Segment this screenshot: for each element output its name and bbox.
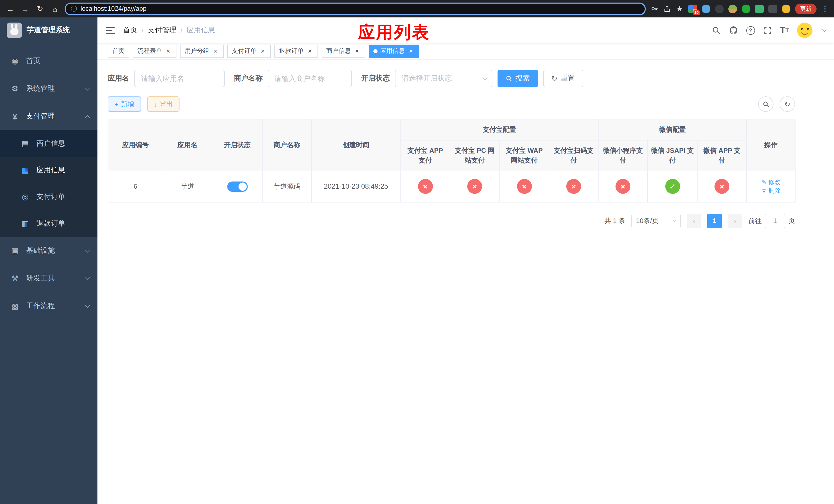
breadcrumb-payment[interactable]: 支付管理 bbox=[148, 26, 176, 35]
reset-button[interactable]: ↻ 重置 bbox=[543, 70, 583, 87]
app-name-label: 应用名 bbox=[108, 74, 129, 83]
reload-icon[interactable]: ↻ bbox=[35, 4, 45, 13]
extension-icon[interactable] bbox=[742, 4, 750, 13]
bookmark-star-icon[interactable]: ★ bbox=[676, 4, 684, 13]
briefcase-icon: ▩ bbox=[10, 301, 20, 311]
toggle-search-button[interactable] bbox=[758, 96, 773, 112]
share-icon[interactable] bbox=[663, 5, 671, 13]
refresh-table-button[interactable]: ↻ bbox=[780, 96, 795, 112]
merchant-name-input[interactable] bbox=[268, 70, 352, 87]
main-area: 首页 支付管理 应用信息 应用列表 ? bbox=[97, 18, 834, 504]
sidebar-item-workflow[interactable]: ▩ 工作流程 bbox=[0, 292, 97, 320]
user-avatar[interactable] bbox=[797, 23, 812, 38]
tab-home[interactable]: 首页 bbox=[108, 44, 129, 58]
extension-icon[interactable] bbox=[782, 4, 790, 13]
address-bar[interactable]: ⓘ localhost:1024/pay/app bbox=[65, 2, 646, 15]
sidebar-item-dev-tools[interactable]: ⚒ 研发工具 bbox=[0, 265, 97, 292]
trash-icon bbox=[761, 188, 767, 193]
page-number-button[interactable]: 1 bbox=[707, 213, 722, 228]
group-alipay-config: 支付宝配置 bbox=[400, 119, 598, 140]
extension-icon[interactable] bbox=[768, 4, 777, 13]
enable-switch[interactable] bbox=[227, 181, 247, 191]
server-icon: ▣ bbox=[10, 246, 20, 255]
goto-suffix: 页 bbox=[788, 216, 795, 225]
navbar-actions: ? TT bbox=[712, 23, 826, 38]
edit-button[interactable]: ✎ 修改 bbox=[762, 178, 781, 186]
tab-merchant-info[interactable]: 商户信息× bbox=[322, 44, 365, 58]
sidebar-item-infrastructure[interactable]: ▣ 基础设施 bbox=[0, 237, 97, 265]
sidebar-item-label: 系统管理 bbox=[26, 84, 86, 93]
pagination: 共 1 条 10条/页 ‹ 1 › 前往 页 bbox=[108, 213, 795, 228]
delete-button[interactable]: 删除 bbox=[761, 186, 781, 195]
chrome-update-button[interactable]: 更新 bbox=[795, 3, 816, 14]
col-status: 开启状态 bbox=[212, 119, 262, 171]
extension-icon[interactable] bbox=[715, 4, 724, 13]
page-size-select[interactable]: 10条/页 bbox=[631, 213, 681, 228]
col-created: 创建时间 bbox=[312, 119, 400, 171]
col-app-name: 应用名 bbox=[163, 119, 212, 171]
sidebar-item-system[interactable]: ⚙ 系统管理 bbox=[0, 75, 97, 102]
browser-menu-icon[interactable]: ⋮ bbox=[821, 4, 829, 13]
col-actions: 操作 bbox=[747, 119, 795, 171]
status-select[interactable]: 请选择开启状态 bbox=[395, 70, 492, 87]
sidebar-item-home[interactable]: ◉ 首页 bbox=[0, 47, 97, 75]
breadcrumb-separator bbox=[141, 26, 144, 35]
prev-page-button[interactable]: ‹ bbox=[687, 213, 701, 228]
tab-refund-order[interactable]: 退款订单× bbox=[275, 44, 318, 58]
grid-icon: ▦ bbox=[21, 166, 30, 175]
cell-app-id: 6 bbox=[108, 171, 163, 202]
back-icon[interactable]: ← bbox=[5, 4, 15, 13]
collapse-sidebar-icon[interactable] bbox=[106, 27, 115, 34]
export-button[interactable]: ↓ 导出 bbox=[147, 96, 179, 112]
page-content: 应用名 商户名称 开启状态 请选择开启状态 搜索 ↻ 重置 bbox=[97, 60, 834, 504]
fullscreen-icon[interactable] bbox=[763, 26, 772, 35]
credit-card-icon: ▤ bbox=[21, 139, 30, 148]
extension-icon[interactable] bbox=[755, 4, 764, 13]
key-icon[interactable] bbox=[650, 5, 659, 13]
col-alipay-pc: 支付宝 PC 网站支付 bbox=[450, 140, 499, 171]
download-icon: ↓ bbox=[154, 100, 157, 108]
close-icon[interactable]: × bbox=[259, 48, 266, 54]
next-page-button[interactable]: › bbox=[728, 213, 742, 228]
col-alipay-wap: 支付宝 WAP 网站支付 bbox=[499, 140, 549, 171]
tab-app-info[interactable]: 应用信息× bbox=[369, 44, 419, 58]
close-icon[interactable]: × bbox=[164, 48, 172, 54]
status-cross-icon: × bbox=[467, 179, 482, 194]
tools-icon: ⚒ bbox=[10, 274, 20, 283]
search-button[interactable]: 搜索 bbox=[498, 70, 538, 87]
goto-page-input[interactable] bbox=[765, 213, 785, 228]
forward-icon[interactable]: → bbox=[20, 4, 30, 13]
breadcrumb-home[interactable]: 首页 bbox=[123, 26, 137, 35]
close-icon[interactable]: × bbox=[306, 48, 313, 54]
home-icon[interactable]: ⌂ bbox=[50, 4, 60, 13]
sidebar-item-app-info[interactable]: ▦ 应用信息 bbox=[0, 157, 97, 184]
sidebar-item-pay-order[interactable]: ◎ 支付订单 bbox=[0, 184, 97, 210]
extension-icon[interactable] bbox=[728, 4, 737, 13]
sidebar-item-label: 基础设施 bbox=[26, 246, 86, 255]
close-icon[interactable]: × bbox=[353, 48, 360, 54]
sidebar-item-merchant-info[interactable]: ▤ 商户信息 bbox=[0, 130, 97, 157]
col-merchant: 商户名称 bbox=[262, 119, 312, 171]
github-icon[interactable] bbox=[729, 26, 738, 35]
pagination-total: 共 1 条 bbox=[605, 216, 625, 225]
search-icon[interactable] bbox=[712, 26, 721, 35]
sidebar-item-refund-order[interactable]: ▥ 退款订单 bbox=[0, 210, 97, 237]
close-icon[interactable]: × bbox=[212, 48, 219, 54]
extension-icon[interactable] bbox=[702, 4, 710, 13]
app-logo-row[interactable]: 芋道管理系统 bbox=[0, 18, 97, 43]
app-name-input[interactable] bbox=[134, 70, 225, 87]
extension-icon[interactable]: 10 bbox=[688, 4, 697, 13]
tab-pay-order[interactable]: 支付订单× bbox=[227, 44, 271, 58]
close-icon[interactable]: × bbox=[407, 48, 414, 54]
add-button[interactable]: + 新增 bbox=[108, 96, 141, 112]
sidebar-item-payment[interactable]: ¥ 支付管理 bbox=[0, 102, 97, 130]
sidebar-item-label: 商户信息 bbox=[37, 139, 89, 148]
help-icon[interactable]: ? bbox=[746, 26, 755, 35]
avatar-caret-icon[interactable] bbox=[822, 28, 827, 32]
tab-process-form[interactable]: 流程表单× bbox=[133, 44, 176, 58]
order-icon: ◎ bbox=[21, 192, 30, 202]
tab-user-group[interactable]: 用户分组× bbox=[180, 44, 224, 58]
font-size-icon[interactable]: TT bbox=[780, 25, 789, 36]
site-info-icon[interactable]: ⓘ bbox=[71, 4, 77, 13]
breadcrumb-current: 应用信息 bbox=[187, 26, 215, 35]
